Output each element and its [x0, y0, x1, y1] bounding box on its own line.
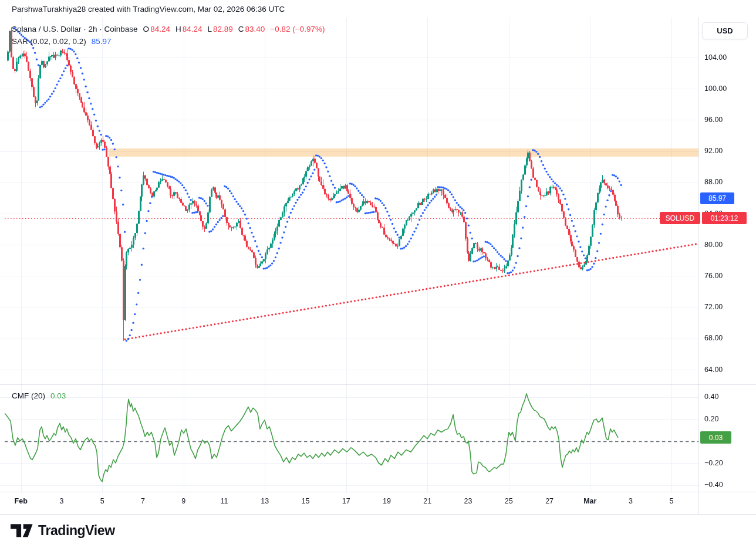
symbol-title[interactable]: Solana / U.S. Dollar · 2h · Coinbase [12, 25, 138, 33]
cmf-value-badge: 0.03 [700, 431, 731, 444]
time-axis-label: Feb [15, 497, 28, 505]
time-axis-label: Mar [583, 497, 596, 505]
symbol-badge: SOLUSD [660, 212, 700, 224]
close-label: C [238, 25, 244, 33]
price-axis-label: 100.00 [704, 84, 727, 93]
time-axis-label: 25 [505, 497, 513, 505]
sar-price-badge: 85.97 [700, 192, 734, 204]
time-axis-label: 13 [261, 497, 269, 505]
ohlc-high: H 84.24 [176, 25, 203, 33]
time-axis-label: 9 [181, 497, 185, 505]
high-label: H [176, 25, 181, 33]
price-axis-label: 104.00 [704, 53, 727, 62]
time-axis-label: 27 [545, 497, 554, 505]
price-axis-label: 80.00 [704, 241, 723, 249]
chart-canvas[interactable] [0, 0, 756, 551]
change-value: −0.82 (−0.97%) [270, 25, 325, 33]
time-axis-label: 23 [464, 497, 473, 505]
time-axis-label: 21 [423, 497, 431, 505]
time-axis-label: 15 [302, 497, 310, 505]
open-label: O [143, 25, 150, 33]
cmf-axis-label: 0.40 [704, 393, 718, 401]
ohlc-close: C 83.40 [238, 25, 265, 33]
close-value: 83.40 [245, 25, 265, 33]
price-axis-label: 96.00 [704, 116, 723, 124]
cmf-axis-label: 0.20 [704, 415, 718, 423]
time-axis-label: 3 [629, 497, 633, 505]
time-axis-label: 7 [141, 497, 145, 505]
time-axis-label: 5 [100, 497, 104, 505]
candle-countdown-badge: 01:23:12 [702, 212, 747, 224]
time-axis-label: 17 [342, 497, 350, 505]
tradingview-logo[interactable]: TradingView [11, 523, 115, 539]
high-value: 84.24 [183, 25, 203, 33]
price-axis-label: 68.00 [704, 334, 723, 342]
open-value: 84.24 [150, 25, 170, 33]
low-label: L [207, 25, 212, 33]
time-axis-label: 11 [221, 497, 228, 505]
time-axis-label: 3 [59, 497, 63, 505]
price-axis-label: 72.00 [704, 303, 723, 311]
symbol-legend[interactable]: Solana / U.S. Dollar · 2h · Coinbase O 8… [12, 25, 325, 33]
ohlc-open: O 84.24 [143, 25, 170, 33]
price-axis-label: 88.00 [704, 178, 723, 186]
sar-title[interactable]: SAR (0.02, 0.02, 0.2) [12, 37, 86, 46]
ohlc-low: L 82.89 [207, 25, 232, 33]
cmf-value: 0.03 [50, 391, 66, 400]
time-axis-label: 19 [383, 497, 391, 505]
cmf-indicator-legend[interactable]: CMF (20) 0.03 [12, 391, 66, 400]
cmf-axis-label: −0.40 [704, 481, 723, 489]
price-axis-label: 92.00 [704, 147, 723, 155]
sar-indicator-legend[interactable]: SAR (0.02, 0.02, 0.2) 85.97 [12, 37, 112, 46]
time-axis-label: 5 [669, 497, 673, 505]
attribution-text: ParshwaTurakhiya28 created with TradingV… [12, 5, 285, 13]
cmf-title[interactable]: CMF (20) [12, 391, 45, 400]
currency-usd-button[interactable]: USD [702, 22, 748, 39]
price-axis-label: 76.00 [704, 272, 723, 280]
tradingview-snapshot: ParshwaTurakhiya28 created with TradingV… [0, 0, 756, 551]
sar-value: 85.97 [92, 37, 112, 46]
tradingview-logo-text: TradingView [38, 523, 115, 539]
price-axis-label: 64.00 [704, 366, 723, 374]
low-value: 82.89 [213, 25, 233, 33]
cmf-axis-label: −0.20 [704, 459, 723, 467]
tradingview-logo-icon [11, 523, 33, 538]
